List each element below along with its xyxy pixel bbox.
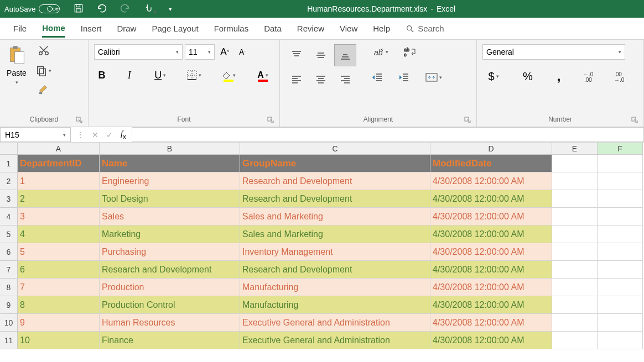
cell[interactable]: Tool Design — [100, 190, 240, 208]
number-format-combo[interactable]: General▾ — [482, 44, 625, 60]
cell[interactable]: 2 — [18, 190, 100, 208]
comma-format-button[interactable]: , — [551, 69, 567, 84]
cell[interactable]: Research and Development — [240, 190, 430, 208]
tab-help[interactable]: Help — [373, 20, 390, 36]
redo-icon[interactable] — [120, 3, 131, 15]
cell[interactable]: Research and Development — [100, 261, 240, 279]
cell[interactable] — [598, 332, 643, 349]
cell[interactable]: 4/30/2008 12:00:00 AM — [430, 172, 552, 190]
paste-button[interactable]: Paste ▾ — [6, 44, 28, 85]
increase-decimal-button[interactable]: ←.0.00 — [582, 69, 598, 84]
cell[interactable] — [598, 261, 643, 279]
cell[interactable]: Name — [100, 155, 240, 172]
tab-view[interactable]: View — [340, 20, 357, 36]
save-icon[interactable] — [73, 3, 84, 15]
name-box[interactable]: H15▾ — [0, 127, 71, 142]
cell[interactable]: 4/30/2008 12:00:00 AM — [430, 296, 552, 314]
cell[interactable] — [598, 279, 643, 296]
cell[interactable]: Purchasing — [100, 243, 240, 261]
clipboard-launcher-icon[interactable] — [76, 117, 82, 123]
alignment-launcher-icon[interactable] — [464, 117, 471, 123]
cell[interactable] — [552, 225, 598, 243]
cell[interactable]: ModifiedDate — [430, 155, 552, 172]
cell[interactable]: Executive General and Administration — [240, 332, 430, 349]
undo-icon[interactable] — [96, 3, 107, 15]
cell[interactable]: Production — [100, 279, 240, 296]
touch-mode-icon[interactable]: ▾ — [143, 3, 157, 15]
cell[interactable]: GroupName — [240, 155, 430, 172]
row-header[interactable]: 4 — [0, 208, 18, 225]
cell[interactable]: 4/30/2008 12:00:00 AM — [430, 279, 552, 296]
cell[interactable]: Sales and Marketing — [240, 225, 430, 243]
formula-input[interactable] — [132, 127, 644, 142]
cancel-formula-button[interactable]: ✕ — [92, 130, 98, 139]
cell[interactable]: Research and Development — [240, 172, 430, 190]
cell[interactable]: 4/30/2008 12:00:00 AM — [430, 261, 552, 279]
bold-button[interactable]: B — [94, 67, 110, 83]
row-header[interactable]: 6 — [0, 243, 18, 261]
column-header-C[interactable]: C — [240, 143, 430, 155]
percent-format-button[interactable]: % — [520, 69, 536, 84]
cell[interactable] — [598, 225, 643, 243]
cell[interactable] — [598, 208, 643, 225]
orientation-button[interactable]: ab▾ — [370, 44, 392, 60]
cell[interactable]: Manufacturing — [240, 279, 430, 296]
cell[interactable]: Executive General and Administration — [240, 314, 430, 332]
cell[interactable]: 1 — [18, 172, 100, 190]
cell[interactable] — [552, 332, 598, 349]
tell-me-search[interactable]: Search — [406, 24, 444, 33]
borders-button[interactable]: ▾ — [184, 67, 206, 83]
accounting-format-button[interactable]: $▾ — [482, 69, 505, 84]
cell[interactable] — [552, 261, 598, 279]
cell[interactable] — [552, 243, 598, 261]
cell[interactable]: Human Resources — [100, 314, 240, 332]
cell[interactable]: Engineering — [100, 172, 240, 190]
cell[interactable]: 9 — [18, 314, 100, 332]
wrap-text-button[interactable]: abc — [403, 44, 418, 60]
number-launcher-icon[interactable] — [631, 117, 638, 123]
cell[interactable]: 4/30/2008 12:00:00 AM — [430, 314, 552, 332]
align-top-button[interactable] — [285, 44, 308, 66]
align-right-button[interactable] — [334, 69, 356, 91]
font-name-combo[interactable]: Calibri▾ — [94, 44, 183, 60]
cell[interactable]: Marketing — [100, 225, 240, 243]
decrease-font-button[interactable]: Aˇ — [235, 48, 250, 56]
insert-function-button[interactable]: fx — [121, 129, 126, 140]
row-header[interactable]: 11 — [0, 332, 18, 349]
tab-draw[interactable]: Draw — [117, 20, 136, 36]
cell[interactable]: 5 — [18, 243, 100, 261]
row-header[interactable]: 1 — [0, 155, 18, 172]
autosave-switch[interactable]: Off — [39, 4, 60, 13]
cell[interactable]: 4/30/2008 12:00:00 AM — [430, 243, 552, 261]
select-all-corner[interactable] — [0, 143, 18, 155]
merge-center-button[interactable]: ▾ — [423, 70, 445, 85]
align-bottom-button[interactable] — [334, 44, 356, 66]
worksheet-grid[interactable]: 1234567891011 ABCDEF DepartmentIDNameGro… — [0, 143, 644, 349]
cell[interactable] — [552, 172, 598, 190]
cell[interactable]: 7 — [18, 279, 100, 296]
enter-formula-button[interactable]: ✓ — [106, 130, 113, 139]
column-header-A[interactable]: A — [18, 143, 100, 155]
cell[interactable] — [598, 190, 643, 208]
increase-indent-button[interactable] — [396, 70, 412, 85]
cell[interactable] — [598, 155, 643, 172]
cell[interactable] — [552, 296, 598, 314]
cell[interactable]: 8 — [18, 296, 100, 314]
font-launcher-icon[interactable] — [267, 117, 274, 123]
cell[interactable]: 4/30/2008 12:00:00 AM — [430, 332, 552, 349]
cell[interactable]: 6 — [18, 261, 100, 279]
underline-button[interactable]: U▾ — [149, 67, 172, 83]
italic-button[interactable]: I — [122, 67, 137, 83]
decrease-indent-button[interactable] — [370, 70, 385, 85]
column-header-B[interactable]: B — [100, 143, 240, 155]
cell[interactable] — [598, 296, 643, 314]
column-header-E[interactable]: E — [552, 143, 598, 155]
cell[interactable]: 4/30/2008 12:00:00 AM — [430, 225, 552, 243]
cell[interactable]: 4/30/2008 12:00:00 AM — [430, 190, 552, 208]
row-header[interactable]: 3 — [0, 190, 18, 208]
tab-data[interactable]: Data — [264, 20, 282, 36]
cell[interactable]: Finance — [100, 332, 240, 349]
cell[interactable]: DepartmentID — [18, 155, 100, 172]
decrease-decimal-button[interactable]: .00→.0 — [613, 69, 629, 84]
cell[interactable]: Research and Development — [240, 261, 430, 279]
